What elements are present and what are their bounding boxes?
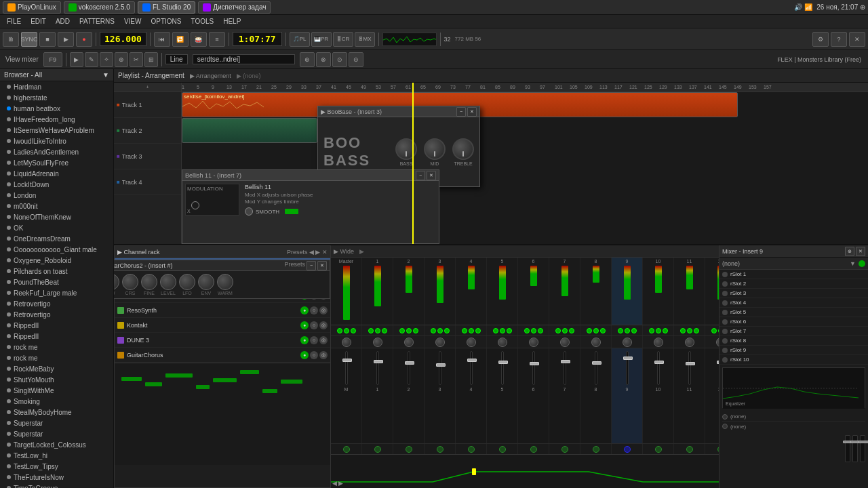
sidebar-item-14[interactable]: OneDreamsDream	[0, 233, 113, 244]
inst-btn-4-1[interactable]: ○	[310, 321, 318, 329]
fader-handle-3[interactable]	[436, 363, 446, 367]
bottom-circle-dot-11[interactable]	[686, 446, 693, 453]
channel-rack-item-3[interactable]: ResoSynth●○◎	[115, 303, 330, 318]
sidebar-item-11[interactable]: m000nit	[0, 201, 113, 211]
pan-knob-8[interactable]	[591, 338, 601, 347]
tb2-2[interactable]: ✎	[85, 52, 98, 67]
pan-knob-0[interactable]	[342, 338, 351, 347]
sidebar-item-33[interactable]: TargetLocked_Colossus	[0, 439, 113, 450]
sidebar-item-2[interactable]: human beatbox	[0, 103, 113, 114]
pan-knob-9[interactable]	[623, 338, 632, 347]
insert-slot-3[interactable]: rSlot 4	[719, 298, 868, 308]
auto-prev[interactable]: ◀	[332, 480, 337, 487]
menu-patterns[interactable]: PATTERNS	[75, 17, 119, 26]
send-dot-2-0[interactable]	[399, 328, 405, 333]
send-dot-5-0[interactable]	[493, 328, 498, 333]
send-dot-7-0[interactable]	[555, 328, 561, 333]
send-dot-11-0[interactable]	[680, 328, 686, 333]
send-dot-7-2[interactable]	[569, 328, 574, 333]
sidebar-item-24[interactable]: rock me	[0, 342, 113, 352]
insert-slot-2[interactable]: rSlot 3	[719, 289, 868, 298]
insert-slot-8[interactable]: rSlot 9	[719, 346, 868, 355]
sidebar-item-35[interactable]: TestLow_Tipsy	[0, 461, 113, 472]
vu-strip-5[interactable]: 5	[487, 258, 518, 325]
send-dot-6-0[interactable]	[524, 328, 530, 333]
pan-knob-1[interactable]	[373, 338, 382, 347]
bottom-circle-dot-0[interactable]	[343, 446, 350, 453]
vu-strip-12[interactable]: 12	[705, 258, 719, 325]
fader-handle-5[interactable]	[498, 361, 508, 364]
step-btn[interactable]: ≡	[209, 32, 225, 47]
master-selector[interactable]: (none) ▼	[719, 258, 868, 270]
send-dot-5-2[interactable]	[507, 328, 512, 333]
insert-fader-3[interactable]	[860, 435, 865, 462]
sidebar-item-12[interactable]: NoneOfThemKnew	[0, 211, 113, 222]
tb2-5[interactable]: ✂	[130, 52, 143, 67]
send-dot-2-2[interactable]	[413, 328, 418, 333]
send-dot-0-0[interactable]	[337, 328, 342, 333]
treble-knob[interactable]	[452, 138, 474, 160]
vu-strip-3[interactable]: 3	[425, 258, 456, 325]
taskbar-app-flstudio[interactable]: FL Studio 20	[138, 1, 195, 14]
insert-slot-4[interactable]: rSlot 5	[719, 308, 868, 317]
sidebar-item-15[interactable]: Oooooooooooo_Giant male	[0, 244, 113, 255]
send-dot-9-2[interactable]	[631, 328, 637, 333]
new-btn[interactable]: 🗎	[3, 32, 19, 47]
help-btn[interactable]: ?	[831, 32, 847, 47]
sidebar-item-0[interactable]: Hardman	[0, 81, 113, 92]
bottom-circle-dot-4[interactable]	[468, 446, 475, 453]
send-dot-0-1[interactable]	[344, 328, 349, 333]
tb2-3[interactable]: ⟡	[100, 52, 113, 67]
gc-fine-knob[interactable]	[141, 274, 157, 290]
gc-env-knob[interactable]	[198, 274, 214, 290]
send-dot-8-0[interactable]	[587, 328, 592, 333]
sidebar-item-7[interactable]: LetMySoulFlyFree	[0, 157, 113, 168]
send-dot-1-1[interactable]	[375, 328, 380, 333]
send-dot-3-1[interactable]	[437, 328, 443, 333]
gc-lfo-knob[interactable]	[179, 274, 195, 290]
gc-crs-knob[interactable]	[122, 274, 138, 290]
sidebar-item-26[interactable]: RockMeBaby	[0, 363, 113, 374]
gc-level-knob[interactable]	[160, 274, 176, 290]
vu-strip-1[interactable]: 1	[362, 258, 393, 325]
record-btn[interactable]: ●	[76, 32, 92, 47]
fader-handle-2[interactable]	[405, 361, 414, 365]
pan-knob-10[interactable]	[654, 338, 663, 347]
channel-rack-btn[interactable]: 🎛CR	[333, 32, 353, 47]
pan-knob-6[interactable]	[529, 338, 538, 347]
send-dot-4-0[interactable]	[462, 328, 467, 333]
sidebar-item-13[interactable]: OK	[0, 222, 113, 233]
send-dot-6-2[interactable]	[538, 328, 543, 333]
menu-options[interactable]: OPTIONS	[146, 17, 185, 26]
sidebar-item-30[interactable]: StealMyBodyHome	[0, 407, 113, 418]
vu-strip-7[interactable]: 7	[549, 258, 580, 325]
insert-slot-9[interactable]: rSlot 10	[719, 355, 868, 365]
close-btn[interactable]: ✕	[849, 32, 865, 47]
play-btn[interactable]: ▶	[58, 32, 74, 47]
tb2-4[interactable]: ⊕	[115, 52, 128, 67]
send-dot-5-1[interactable]	[500, 328, 505, 333]
sidebar-item-9[interactable]: LockItDown	[0, 179, 113, 190]
stop-btn[interactable]: ■	[39, 32, 56, 47]
sidebar-expand[interactable]: ▼	[102, 71, 109, 79]
fader-handle-4[interactable]	[467, 359, 477, 362]
menu-file[interactable]: FILE	[3, 17, 25, 26]
snap-select[interactable]: Line	[165, 54, 188, 64]
sidebar-item-22[interactable]: RippedII	[0, 320, 113, 331]
channel-rack-item-6[interactable]: GuitarChorus●○◎	[115, 348, 330, 363]
sidebar-item-20[interactable]: Retrovertigo	[0, 298, 113, 309]
channel-rack-item-4[interactable]: Kontakt●○◎	[115, 318, 330, 333]
tb2-ctrl4[interactable]: ⊝	[349, 52, 363, 67]
insert-close[interactable]: ✕	[856, 247, 865, 256]
sidebar-item-29[interactable]: Smoking	[0, 396, 113, 407]
smooth-toggle[interactable]	[245, 207, 253, 216]
sidebar-item-10[interactable]: London	[0, 190, 113, 201]
insert-expand[interactable]: ⊕	[845, 247, 854, 256]
inst-btn-6-1[interactable]: ○	[310, 351, 318, 359]
sidebar-item-34[interactable]: TestLow_hi	[0, 450, 113, 461]
send-dot-11-2[interactable]	[694, 328, 699, 333]
tb2-ctrl1[interactable]: ⊕	[300, 52, 315, 67]
gc-pw-knob[interactable]	[114, 274, 119, 290]
bottom-circle-dot-6[interactable]	[530, 446, 537, 453]
fader-handle-7[interactable]	[561, 360, 570, 363]
